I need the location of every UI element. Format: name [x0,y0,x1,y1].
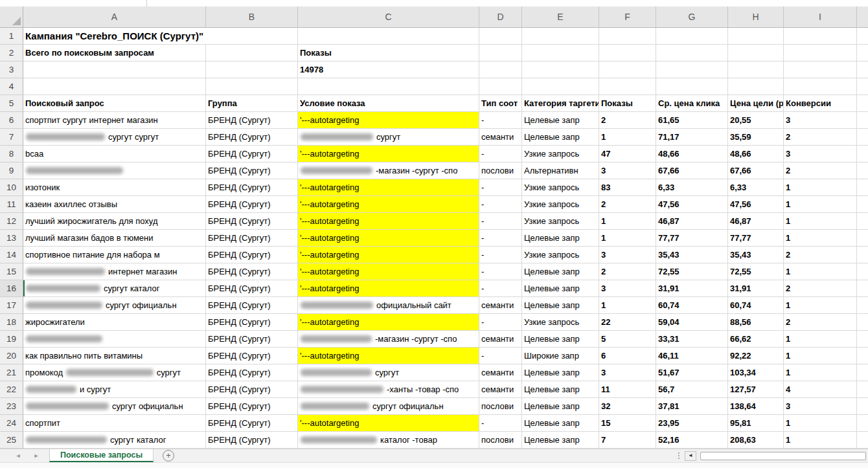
cell-D24[interactable]: - [479,415,522,432]
cell-H18[interactable]: 88,56 [728,314,784,331]
cell-A25[interactable]: сургут каталог [23,432,206,449]
cell-A15[interactable]: интернет магазин [23,263,206,280]
cell-E22[interactable]: Целевые запр [522,381,599,398]
empty-cell[interactable] [857,196,868,213]
cell-F7[interactable]: 1 [599,129,656,146]
row-header-9[interactable]: 9 [0,162,23,179]
empty-cell[interactable] [857,263,868,280]
cell-B24[interactable]: БРЕНД (Сургут) [206,415,298,432]
cell-C10[interactable]: '---autotargeting [298,179,479,196]
cell-B18[interactable]: БРЕНД (Сургут) [206,314,298,331]
cell-D3[interactable] [479,61,522,78]
cell-C12[interactable]: '---autotargeting [298,213,479,230]
cell-F4[interactable] [599,78,656,95]
cell-G4[interactable] [656,78,728,95]
empty-cell[interactable] [857,280,868,297]
cell-C20[interactable]: '---autotargeting [298,348,479,364]
cell-A9[interactable] [23,162,206,179]
cell-E15[interactable]: Целевые запр [522,263,599,280]
cell-B5[interactable]: Группа [206,95,298,112]
cell-F5[interactable]: Показы [599,95,656,112]
cell-G23[interactable]: 37,81 [656,398,728,415]
cell-B22[interactable]: БРЕНД (Сургут) [206,381,298,398]
empty-cell[interactable] [857,432,868,449]
cell-I4[interactable] [784,78,857,95]
column-header-D[interactable]: D [479,6,522,28]
row-header-11[interactable]: 11 [0,196,23,213]
empty-cell[interactable] [857,28,868,45]
cell-D15[interactable]: - [479,263,522,280]
cell-B7[interactable]: БРЕНД (Сургут) [206,129,298,146]
cell-G7[interactable]: 71,17 [656,129,728,146]
cell-F19[interactable]: 5 [599,331,656,348]
cell-E2[interactable] [522,45,599,61]
cell-E21[interactable]: Целевые запр [522,364,599,381]
cell-I18[interactable]: 2 [784,314,857,331]
cell-D22[interactable]: семанти [479,381,522,398]
cell-B9[interactable]: БРЕНД (Сургут) [206,162,298,179]
cell-I1[interactable] [784,28,857,45]
empty-cell[interactable] [857,314,868,331]
row-header-4[interactable]: 4 [0,78,23,95]
row-header-2[interactable]: 2 [0,45,23,61]
row-header-23[interactable]: 23 [0,398,23,415]
row-header-10[interactable]: 10 [0,179,23,196]
row-header-1[interactable]: 1 [0,28,23,45]
cell-D23[interactable]: послови [479,398,522,415]
row-header-7[interactable]: 7 [0,129,23,146]
empty-cell[interactable] [857,398,868,415]
cell-H7[interactable]: 35,59 [728,129,784,146]
row-header-6[interactable]: 6 [0,112,23,129]
prev-sheet-icon[interactable]: ◄ [9,449,27,462]
cell-G14[interactable]: 35,43 [656,247,728,263]
cell-I6[interactable]: 3 [784,112,857,129]
cell-F3[interactable] [599,61,656,78]
cell-H23[interactable]: 138,64 [728,398,784,415]
cell-F13[interactable]: 1 [599,230,656,247]
cell-H4[interactable] [728,78,784,95]
cell-C7[interactable]: сургут [298,129,479,146]
row-header-5[interactable]: 5 [0,95,23,112]
row-header-24[interactable]: 24 [0,415,23,432]
cell-D25[interactable]: послови [479,432,522,449]
cell-D18[interactable]: - [479,314,522,331]
cell-B17[interactable]: БРЕНД (Сургут) [206,297,298,314]
row-header-16[interactable]: 16 [0,280,23,297]
cell-F10[interactable]: 83 [599,179,656,196]
empty-cell[interactable] [857,247,868,263]
cell-F15[interactable]: 2 [599,263,656,280]
cell-H25[interactable]: 208,63 [728,432,784,449]
row-header-18[interactable]: 18 [0,314,23,331]
cell-G24[interactable]: 23,95 [656,415,728,432]
cell-I14[interactable]: 2 [784,247,857,263]
cell-I16[interactable]: 2 [784,280,857,297]
cell-G3[interactable] [656,61,728,78]
cell-F9[interactable]: 3 [599,162,656,179]
row-header-17[interactable]: 17 [0,297,23,314]
cell-A1[interactable]: Кампания "Cerebro_ПОИСК (Сургут)" [23,28,298,45]
next-sheet-icon[interactable]: ► [27,449,45,462]
cell-A19[interactable] [23,331,206,348]
empty-cell[interactable] [857,162,868,179]
cell-G21[interactable]: 51,67 [656,364,728,381]
empty-cell[interactable] [857,348,868,364]
cell-H11[interactable]: 47,56 [728,196,784,213]
cell-E5[interactable]: Категория таргети [522,95,599,112]
cell-E8[interactable]: Узкие запрось [522,146,599,162]
cell-G2[interactable] [656,45,728,61]
select-all-corner[interactable] [0,6,23,28]
cell-D7[interactable]: семанти [479,129,522,146]
cell-F1[interactable] [599,28,656,45]
row-header-25[interactable]: 25 [0,432,23,449]
cell-C3[interactable]: 14978 [298,61,479,78]
column-header-E[interactable]: E [522,6,599,28]
add-sheet-button[interactable]: + [163,450,174,462]
row-header-8[interactable]: 8 [0,146,23,162]
cell-A5[interactable]: Поисковый запрос [23,95,206,112]
cell-F25[interactable]: 7 [599,432,656,449]
cell-D14[interactable]: - [479,247,522,263]
cell-I23[interactable]: 3 [784,398,857,415]
cell-C24[interactable]: '---autotargeting [298,415,479,432]
cell-H14[interactable]: 35,43 [728,247,784,263]
empty-cell[interactable] [857,146,868,162]
